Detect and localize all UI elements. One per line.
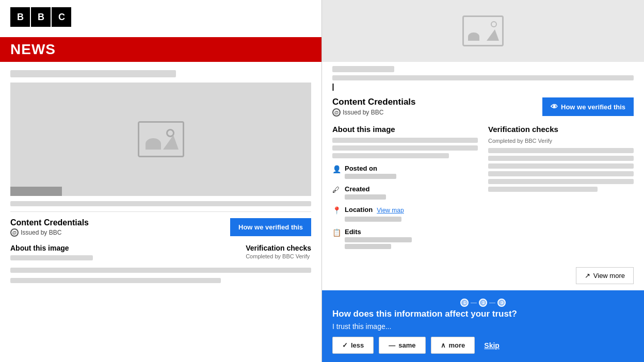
right-eye-icon: 👁 xyxy=(551,103,558,111)
article-image xyxy=(10,83,311,196)
about-column: About this image 👤 Posted on 🖋 xyxy=(332,125,478,284)
more-label: more xyxy=(449,341,465,349)
edits-bar-2 xyxy=(345,244,391,249)
left-about-left: About this image xyxy=(10,244,93,262)
about-col-title: About this image xyxy=(332,125,478,134)
posted-on-row: 👤 Posted on xyxy=(332,164,478,179)
placeholder-bar-3 xyxy=(10,268,311,273)
right-top-image xyxy=(322,0,644,62)
posted-on-value xyxy=(345,174,396,179)
created-icon: 🖋 xyxy=(332,186,341,194)
edits-icon: 📋 xyxy=(332,228,341,237)
bbc-header: B B C xyxy=(0,0,321,37)
right-credentials-header: Content Credentials @ Issued by BBC 👁 Ho… xyxy=(332,97,634,117)
created-value xyxy=(345,194,386,200)
right-credentials-info: Content Credentials @ Issued by BBC xyxy=(332,97,416,117)
created-row: 🖋 Created xyxy=(332,185,478,200)
more-button[interactable]: ∧ more xyxy=(431,337,475,354)
location-header: Location View map xyxy=(345,206,404,215)
trust-section: ① — ② — ③ How does this information affe… xyxy=(322,290,644,362)
left-about-right: Verification checks Completed by BBC Ver… xyxy=(246,244,311,262)
right-image-icon xyxy=(462,15,504,46)
steps-indicator: ① — ② — ③ xyxy=(332,299,634,307)
created-content: Created xyxy=(345,185,386,200)
left-credentials-info: Content Credentials @ Issued by BBC xyxy=(10,218,89,237)
verif-col-sub: Completed by BBC Verify xyxy=(488,138,634,144)
same-label: same xyxy=(398,341,415,349)
left-about-bar xyxy=(10,255,93,260)
image-icon xyxy=(138,121,184,157)
same-icon: — xyxy=(389,341,395,349)
left-accent-bar xyxy=(332,84,334,91)
verif-bar-6 xyxy=(488,187,598,192)
trust-question: How does this information affect your tr… xyxy=(332,309,634,319)
caption-bar-2 xyxy=(332,75,634,80)
placeholder-bar-2 xyxy=(10,201,311,206)
step-dash-2: — xyxy=(489,299,495,307)
edits-bar-1 xyxy=(345,237,412,242)
bbc-news-bar: NEWS xyxy=(0,37,321,62)
left-verif-title: Verification checks xyxy=(246,244,311,252)
location-value xyxy=(345,217,401,222)
caption-bar-1 xyxy=(332,66,394,72)
step-3: ③ xyxy=(497,299,506,307)
left-content: Content Credentials @ Issued by BBC How … xyxy=(0,62,321,362)
about-bar-2 xyxy=(332,145,478,151)
less-button[interactable]: ✓ less xyxy=(332,337,374,354)
right-credentials-title: Content Credentials xyxy=(332,97,416,107)
trust-sub: I trust this image... xyxy=(332,322,634,331)
left-about-section: About this image Verification checks Com… xyxy=(10,244,311,262)
step-dash-1: — xyxy=(471,299,477,307)
person-icon: 👤 xyxy=(332,165,341,173)
right-credentials-sub: @ Issued by BBC xyxy=(332,108,416,117)
same-button[interactable]: — same xyxy=(379,337,425,354)
sun-circle xyxy=(166,129,174,137)
bbc-logo: B B C xyxy=(10,7,311,27)
left-issued-by: @ Issued by BBC xyxy=(10,228,89,237)
less-icon: ✓ xyxy=(342,341,348,349)
step-1: ① xyxy=(460,299,469,307)
location-row: 📍 Location View map xyxy=(332,206,478,222)
verif-bar-4 xyxy=(488,171,634,176)
skip-link[interactable]: Skip xyxy=(484,341,500,350)
location-icon: 📍 xyxy=(332,206,341,215)
verif-bars xyxy=(488,148,634,192)
verif-bar-2 xyxy=(488,156,634,161)
view-more-button[interactable]: ↗ View more xyxy=(576,267,634,284)
trust-buttons: ✓ less — same ∧ more Skip xyxy=(332,337,634,354)
left-credentials-title: Content Credentials xyxy=(10,218,89,227)
right-caption-bars xyxy=(322,62,644,91)
edits-row: 📋 Edits xyxy=(332,228,478,249)
external-link-icon: ↗ xyxy=(585,272,590,279)
edits-label: Edits xyxy=(345,228,412,236)
verif-bar-5 xyxy=(488,179,634,184)
view-map-link[interactable]: View map xyxy=(377,207,404,214)
placeholder-bar-4 xyxy=(10,278,221,283)
verification-column: Verification checks Completed by BBC Ver… xyxy=(488,125,634,284)
created-label: Created xyxy=(345,185,386,193)
left-about-title: About this image xyxy=(10,244,93,252)
bottom-bar xyxy=(10,187,62,196)
location-content: Location View map xyxy=(345,206,404,222)
right-at-icon: @ xyxy=(332,108,341,117)
location-label: Location xyxy=(345,206,373,213)
bbc-news-label: NEWS xyxy=(10,41,56,57)
edits-content: Edits xyxy=(345,228,412,249)
about-bar-3 xyxy=(332,153,449,158)
bbc-box-c: C xyxy=(52,7,71,27)
left-credentials-section: Content Credentials @ Issued by BBC How … xyxy=(10,211,311,237)
right-sun-icon xyxy=(491,21,497,27)
posted-on-content: Posted on xyxy=(345,164,396,179)
left-how-verified-button[interactable]: How we verified this xyxy=(230,218,311,236)
more-icon: ∧ xyxy=(441,341,446,349)
left-completed: Completed by BBC Verify xyxy=(246,253,311,259)
left-panel: B B C NEWS Content Credentials @ Issued … xyxy=(0,0,322,362)
bbc-box-b2: B xyxy=(31,7,51,27)
at-icon: @ xyxy=(10,228,19,237)
verif-bar-3 xyxy=(488,163,634,169)
image-icon-rect xyxy=(138,121,184,157)
right-how-verified-button[interactable]: 👁 How we verified this xyxy=(542,97,634,116)
less-label: less xyxy=(351,341,364,349)
step-2: ② xyxy=(479,299,487,307)
about-bars xyxy=(332,138,478,158)
